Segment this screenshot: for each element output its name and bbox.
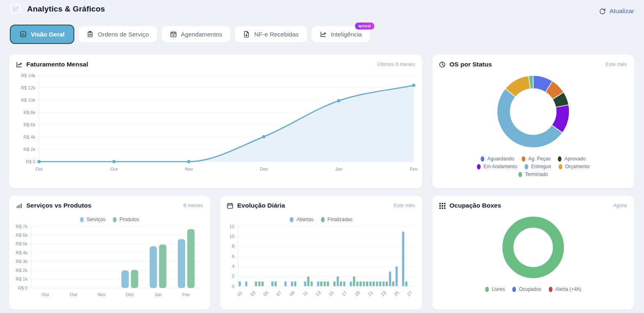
bar-Abertas-13[interactable] bbox=[317, 281, 319, 286]
bar-Abertas-17[interactable] bbox=[343, 281, 345, 286]
legend-item[interactable]: Entregue bbox=[525, 164, 551, 169]
bar-Finalizadas-13[interactable] bbox=[320, 281, 322, 286]
bar-Abertas-24[interactable] bbox=[389, 272, 391, 287]
x-tick-label: 17 bbox=[341, 290, 348, 297]
tab-nfe-recebidas[interactable]: NF-e Recebidas bbox=[234, 26, 307, 43]
bar-Abertas-09[interactable] bbox=[291, 281, 293, 286]
tab-ordens-servico[interactable]: Ordens de Serviço bbox=[78, 26, 157, 43]
bar-Produtos-Dez[interactable] bbox=[131, 270, 138, 288]
bar-Serviços-Fev[interactable] bbox=[178, 239, 185, 288]
bar-Finalizadas-23[interactable] bbox=[386, 281, 388, 286]
bar-Produtos-Fev[interactable] bbox=[187, 229, 195, 288]
bar-Finalizadas-20[interactable] bbox=[366, 281, 368, 286]
ocupacao-donut-chart[interactable] bbox=[498, 212, 568, 282]
analytics-trend-icon bbox=[10, 2, 21, 14]
legend-item[interactable]: Aguardando bbox=[481, 156, 514, 162]
legend-item[interactable]: Livres bbox=[485, 286, 505, 292]
y-axis-labels: 024681012 bbox=[229, 224, 238, 289]
bar-Abertas-06[interactable] bbox=[271, 281, 273, 286]
legend-marker bbox=[559, 164, 562, 169]
legend-item[interactable]: Finalizadas bbox=[321, 217, 353, 222]
bar-Finalizadas-09[interactable] bbox=[294, 281, 296, 286]
bar-Finalizadas-04[interactable] bbox=[261, 281, 264, 286]
legend-item[interactable]: Orçamento bbox=[559, 164, 589, 169]
tab-inteligencia[interactable]: InteligênciaNOVO bbox=[311, 26, 371, 43]
bar-chart-icon bbox=[20, 31, 27, 38]
tab-agendamentos[interactable]: Agendamentos bbox=[161, 26, 231, 43]
bar-Abertas-01[interactable] bbox=[238, 281, 241, 286]
bar-Abertas-26[interactable] bbox=[402, 231, 404, 286]
bar-Abertas-21[interactable] bbox=[369, 281, 371, 286]
legend-item[interactable]: Serviços bbox=[80, 217, 105, 222]
tab-visao-geral[interactable]: Visão Geral bbox=[10, 25, 74, 44]
calendar-check-icon bbox=[170, 31, 177, 38]
bar-Abertas-22[interactable] bbox=[376, 281, 378, 286]
bar-Finalizadas-11[interactable] bbox=[307, 276, 309, 286]
data-point[interactable] bbox=[37, 160, 41, 163]
bar-Abertas-19[interactable] bbox=[356, 281, 358, 286]
bar-Serviços-Dez[interactable] bbox=[121, 270, 129, 288]
data-point[interactable] bbox=[112, 160, 116, 163]
legend-item[interactable]: Em Andamento bbox=[477, 164, 517, 169]
bar-Abertas-11[interactable] bbox=[304, 281, 306, 286]
legend-item[interactable]: Aprovado bbox=[558, 156, 585, 162]
x-tick-label: 07 bbox=[275, 290, 282, 297]
bar-Finalizadas-24[interactable] bbox=[392, 281, 394, 286]
data-point[interactable] bbox=[262, 135, 266, 138]
os-status-donut-chart[interactable] bbox=[492, 71, 574, 153]
y-tick-label: 12 bbox=[229, 224, 234, 229]
legend-label: Finalizadas bbox=[328, 217, 353, 222]
legend-label: Em Andamento bbox=[484, 164, 517, 169]
bar-Finalizadas-06[interactable] bbox=[275, 281, 277, 286]
calendar-icon bbox=[227, 202, 234, 209]
legend-label: Abertas bbox=[296, 217, 313, 222]
bar-Abertas-08[interactable] bbox=[284, 281, 286, 286]
trend-icon bbox=[320, 31, 327, 38]
bar-Finalizadas-14[interactable] bbox=[327, 281, 329, 286]
card-period: Este mês bbox=[394, 203, 415, 208]
legend-item[interactable]: Terminado bbox=[518, 171, 548, 177]
servicos-produtos-bar-chart[interactable]: R$ 0R$ 1kR$ 2kR$ 3kR$ 4kR$ 5kR$ 6kR$ 7kO… bbox=[12, 223, 207, 302]
bar-Finalizadas-16[interactable] bbox=[340, 281, 342, 286]
bar-Abertas-02[interactable] bbox=[245, 281, 247, 286]
data-point[interactable] bbox=[412, 84, 415, 87]
bar-Finalizadas-03[interactable] bbox=[255, 281, 257, 286]
donut-segment-0[interactable] bbox=[508, 222, 559, 273]
legend-item[interactable]: Abertas bbox=[290, 217, 313, 222]
bar-Abertas-18[interactable] bbox=[350, 281, 352, 286]
bar-Abertas-23[interactable] bbox=[383, 281, 385, 286]
legend-item[interactable]: Ag. Peças bbox=[522, 156, 551, 162]
bar-Abertas-04[interactable] bbox=[258, 281, 260, 286]
bar-Serviços-Jan[interactable] bbox=[150, 246, 157, 288]
bar-Finalizadas-19[interactable] bbox=[360, 281, 362, 286]
bar-Abertas-12[interactable] bbox=[311, 281, 313, 286]
refresh-button[interactable]: Atualizar bbox=[599, 7, 634, 15]
bar-Abertas-14[interactable] bbox=[323, 281, 325, 286]
card-os-por-status: OS por Status Este mês AguardandoAg. Peç… bbox=[432, 55, 634, 188]
analytics-dashboard: Analytics & Gráficos Atualizar Visão Ger… bbox=[0, 0, 644, 313]
data-point[interactable] bbox=[337, 99, 340, 103]
legend-label: Livres bbox=[492, 286, 505, 292]
bar-Abertas-16[interactable] bbox=[337, 276, 339, 286]
bar-Abertas-20[interactable] bbox=[363, 281, 365, 286]
legend-item[interactable]: Ocupados bbox=[512, 286, 541, 292]
data-point[interactable] bbox=[187, 160, 190, 163]
faturamento-line-chart[interactable]: R$ 0R$ 2kR$ 4kR$ 6kR$ 8kR$ 10kR$ 12kR$ 1… bbox=[14, 71, 418, 176]
card-ocupacao-boxes: Ocupação Boxes Agora LivresOcupadosAlert… bbox=[432, 196, 634, 310]
bar-Finalizadas-15[interactable] bbox=[333, 281, 335, 286]
bar-Produtos-Jan[interactable] bbox=[159, 244, 167, 288]
bar-series bbox=[238, 231, 407, 286]
bar-Finalizadas-21[interactable] bbox=[373, 281, 375, 286]
evolucao-diaria-bar-chart[interactable]: 0246810120103050709111315171921232527 bbox=[223, 223, 419, 304]
x-tick-label: 23 bbox=[380, 290, 387, 297]
y-tick-label: R$ 7k bbox=[16, 224, 28, 229]
x-tick-label: 19 bbox=[354, 290, 361, 297]
bar-Finalizadas-22[interactable] bbox=[379, 281, 381, 286]
legend-item[interactable]: Alerta (+4h) bbox=[549, 286, 581, 292]
bar-Finalizadas-26[interactable] bbox=[405, 281, 407, 286]
bar-Finalizadas-18[interactable] bbox=[353, 276, 355, 286]
y-tick-label: 8 bbox=[232, 244, 234, 249]
bar-Abertas-25[interactable] bbox=[396, 266, 398, 286]
legend-item[interactable]: Produtos bbox=[113, 217, 139, 222]
legend-marker bbox=[485, 287, 489, 292]
